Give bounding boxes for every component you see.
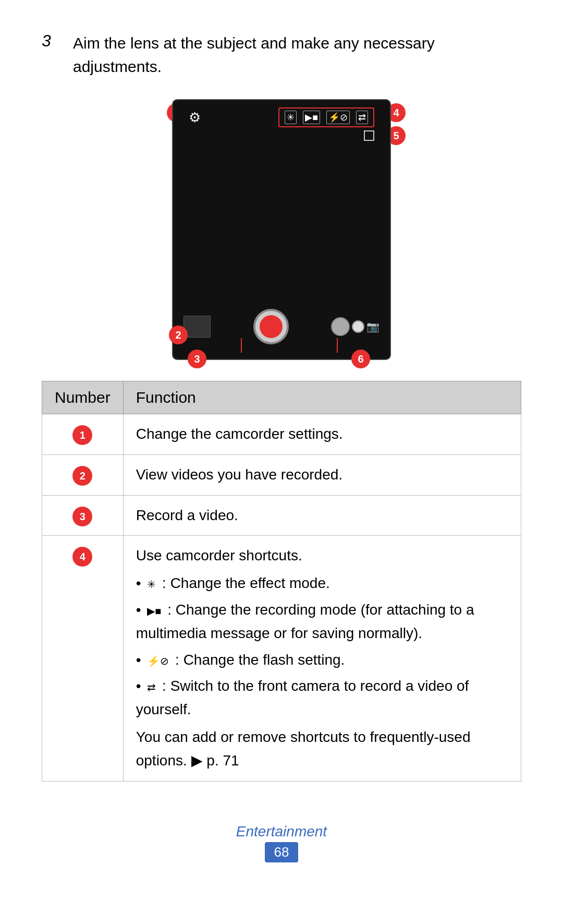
switch-dot-small <box>352 320 364 333</box>
camera-diagram: 1 4 5 ⚙ ✳ ▶■ ⚡⊘ ⇄ <box>42 99 521 360</box>
frontcam-text: : Switch to the front camera to record a… <box>136 678 469 717</box>
num-cell-4: 4 <box>42 536 124 781</box>
badge-num-1: 1 <box>72 425 92 445</box>
shortcut-bar: ✳ ▶■ ⚡⊘ ⇄ <box>278 107 374 127</box>
table-row: 4 Use camcorder shortcuts. ✳ : Change th… <box>42 536 521 781</box>
camera-mini-icon: 📷 <box>366 320 380 333</box>
list-item: ▶■ : Change the recording mode (for atta… <box>136 598 508 645</box>
flash-icon-inline: ⚡⊘ <box>147 653 169 669</box>
function-cell-4: Use camcorder shortcuts. ✳ : Change the … <box>123 536 521 781</box>
footer-category: Entertainment <box>42 823 521 840</box>
badge-3: 3 <box>188 350 206 368</box>
record-inner <box>260 315 283 338</box>
front-cam-icon: ⇄ <box>356 111 368 124</box>
num-cell-3: 3 <box>42 495 124 536</box>
step-header: 3 Aim the lens at the subject and make a… <box>42 31 521 78</box>
flash-icon: ⚡⊘ <box>326 111 350 124</box>
switch-button: 📷 <box>331 317 380 336</box>
gear-icon: ⚙ <box>189 110 201 126</box>
step-text: Aim the lens at the subject and make any… <box>73 31 521 78</box>
shortcut-list: ✳ : Change the effect mode. ▶■ : Change … <box>136 572 508 722</box>
list-item: ⚡⊘ : Change the flash setting. <box>136 649 508 672</box>
bottom-bar: 📷 <box>183 309 380 344</box>
recording-icon-inline: ▶■ <box>147 603 161 619</box>
function-cell-3: Record a video. <box>123 495 521 536</box>
badge-2: 2 <box>169 326 188 344</box>
focus-square <box>364 130 374 141</box>
effect-text: : Change the effect mode. <box>162 575 330 591</box>
step-number: 3 <box>42 31 63 51</box>
col-number-header: Number <box>42 381 124 414</box>
num-cell-1: 1 <box>42 414 124 455</box>
flash-text: : Change the flash setting. <box>175 652 345 668</box>
recording-mode-icon: ▶■ <box>303 111 320 124</box>
num-cell-2: 2 <box>42 454 124 495</box>
badge-6: 6 <box>351 350 370 368</box>
record-button[interactable] <box>253 309 289 344</box>
effect-icon-inline: ✳ <box>147 576 156 593</box>
info-table: Number Function 1 Change the camcorder s… <box>42 381 521 782</box>
function-cell-2: View videos you have recorded. <box>123 454 521 495</box>
list-item: ✳ : Change the effect mode. <box>136 572 508 595</box>
badge-num-2: 2 <box>72 466 92 486</box>
line-badge-6 <box>337 338 338 353</box>
effect-icon: ✳ <box>285 111 297 124</box>
camera-body: ⚙ ✳ ▶■ ⚡⊘ ⇄ 📷 <box>172 99 391 360</box>
line-badge-3 <box>241 338 242 353</box>
camera-wrapper: 1 4 5 ⚙ ✳ ▶■ ⚡⊘ ⇄ <box>162 99 401 360</box>
table-row: 1 Change the camcorder settings. <box>42 414 521 455</box>
badge-num-3: 3 <box>72 507 92 526</box>
table-row: 2 View videos you have recorded. <box>42 454 521 495</box>
recording-text: : Change the recording mode (for attachi… <box>136 602 474 641</box>
page-footer: Entertainment 68 <box>42 823 521 862</box>
frontcam-icon-inline: ⇄ <box>147 679 156 695</box>
shortcut-intro: Use camcorder shortcuts. <box>136 544 508 568</box>
badge-num-4: 4 <box>72 547 92 567</box>
shortcut-footer: You can add or remove shortcuts to frequ… <box>136 726 508 773</box>
function-cell-1: Change the camcorder settings. <box>123 414 521 455</box>
table-row: 3 Record a video. <box>42 495 521 536</box>
footer-page-number: 68 <box>265 842 299 862</box>
list-item: ⇄ : Switch to the front camera to record… <box>136 675 508 722</box>
col-function-header: Function <box>123 381 521 414</box>
switch-dot-big <box>331 317 350 336</box>
toolbar-top: ⚙ ✳ ▶■ ⚡⊘ ⇄ <box>189 107 374 127</box>
